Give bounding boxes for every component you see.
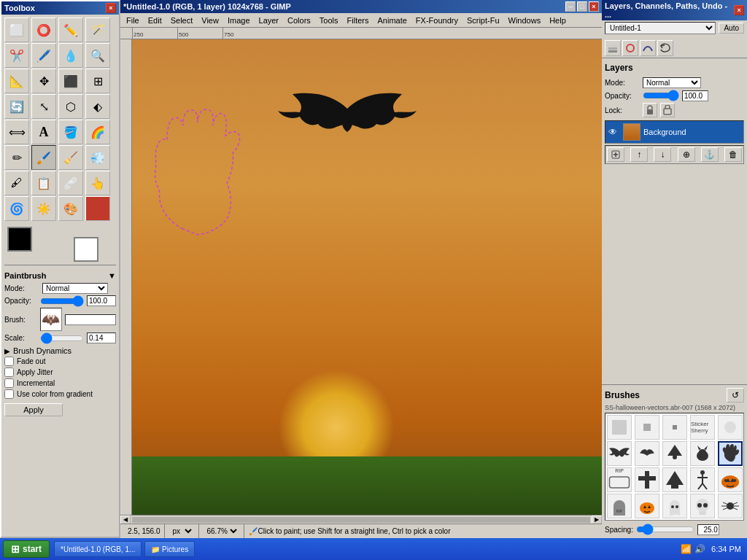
apply-jitter-checkbox[interactable] [4, 368, 14, 377]
mode-select[interactable]: Normal Dissolve Multiply Screen [42, 283, 108, 294]
incremental-checkbox[interactable] [4, 378, 14, 388]
delete-layer-button[interactable]: 🗑 [724, 147, 742, 162]
tool-free-select[interactable]: ✏️ [58, 18, 83, 42]
brush-preview[interactable]: 🦇 [40, 308, 62, 331]
menu-tools[interactable]: Tools [315, 15, 343, 26]
taskbar-item-pictures[interactable]: 📁 Pictures [144, 541, 195, 557]
tool-scissors[interactable]: ✂️ [4, 43, 29, 68]
brush-cell-5[interactable] [718, 415, 743, 440]
brush-name-input[interactable]: SS-halloween-vect [65, 314, 116, 325]
scale-slider[interactable] [40, 334, 84, 343]
zoom-select[interactable]: 66.7% 100% 50% [204, 526, 239, 536]
tool-convolve[interactable]: 🌀 [4, 196, 29, 221]
layers-opacity-input[interactable]: 100.0 [682, 90, 708, 101]
brushes-refresh-button[interactable]: ↺ [727, 388, 744, 402]
menu-image[interactable]: Image [223, 15, 255, 26]
background-color-swatch[interactable] [74, 237, 98, 262]
duplicate-layer-button[interactable]: ⊕ [678, 147, 695, 162]
right-panel-close-button[interactable]: × [734, 5, 744, 15]
toolbox-close-button[interactable]: × [106, 3, 116, 13]
tool-foreground-select[interactable]: 🎨 [58, 196, 83, 221]
brush-cell-rip[interactable]: RIP [607, 467, 632, 492]
tool-blend[interactable]: 🌈 [85, 120, 110, 144]
foreground-color-swatch[interactable] [7, 227, 32, 252]
brush-cell-bird[interactable] [635, 441, 659, 466]
spacing-value-input[interactable]: 25.0 [697, 524, 719, 535]
horizontal-scrollbar[interactable]: ◀ ▶ [120, 515, 602, 524]
brush-cell-3[interactable] [662, 415, 687, 440]
brush-cell-figure[interactable] [690, 467, 715, 492]
close-button[interactable]: × [589, 1, 599, 12]
scroll-left-button[interactable]: ◀ [120, 516, 131, 524]
fade-out-checkbox[interactable] [4, 357, 14, 366]
tool-paintbrush[interactable]: 🖌️ [31, 145, 56, 170]
tool-move[interactable]: ✥ [31, 69, 56, 93]
undo-tab-icon[interactable] [657, 40, 673, 56]
tool-healing[interactable]: 🩹 [58, 171, 83, 195]
paintbrush-collapse-icon[interactable]: ▼ [108, 271, 116, 280]
layer-document-select[interactable]: Untitled-1 [605, 22, 716, 34]
tool-flip[interactable]: ⟺ [4, 120, 29, 144]
menu-filters[interactable]: Filters [343, 15, 374, 26]
tool-dodge-burn[interactable]: ☀️ [31, 196, 56, 221]
brush-cell-ghost[interactable] [662, 494, 687, 518]
brush-cell-hand[interactable] [718, 441, 743, 466]
tool-align[interactable]: ⬛ [58, 69, 83, 93]
taskbar-item-gimp[interactable]: *Untitled-1.0 (RGB, 1... [54, 541, 142, 557]
menu-colors[interactable]: Colors [283, 15, 315, 26]
tool-clone[interactable]: 📋 [31, 171, 56, 195]
tool-rotate[interactable]: 🔄 [4, 94, 29, 119]
brush-dynamics-header[interactable]: ▶ Brush Dynamics [4, 346, 116, 355]
tool-airbrush[interactable]: 💨 [85, 145, 110, 170]
menu-animate[interactable]: Animate [373, 15, 411, 26]
menu-script-fu[interactable]: Script-Fu [462, 15, 504, 26]
menu-fx-foundry[interactable]: FX-Foundry [411, 15, 462, 26]
opacity-input[interactable]: 100.0 [87, 295, 116, 306]
maximize-button[interactable]: □ [577, 1, 587, 12]
lock-position-button[interactable] [660, 103, 675, 117]
tool-rect-select[interactable]: ⬜ [4, 18, 29, 42]
tool-ink[interactable]: 🖋 [4, 171, 29, 195]
brush-cell-witch[interactable] [662, 441, 687, 466]
scroll-right-button[interactable]: ▶ [592, 516, 602, 524]
menu-view[interactable]: View [197, 15, 223, 26]
tool-zoom[interactable]: 🔍 [85, 43, 110, 68]
menu-windows[interactable]: Windows [504, 15, 546, 26]
lower-layer-button[interactable]: ↓ [654, 147, 671, 162]
raise-layer-button[interactable]: ↑ [630, 147, 648, 162]
menu-edit[interactable]: Edit [144, 15, 166, 26]
layers-mode-select[interactable]: Normal Multiply Screen [643, 77, 701, 88]
tool-ellipse-select[interactable]: ⭕ [31, 18, 56, 42]
brush-cell-2[interactable] [635, 415, 659, 440]
brush-cell-cat[interactable] [690, 441, 715, 466]
tool-pencil[interactable]: ✏ [4, 145, 29, 170]
layer-visibility-icon[interactable]: 👁 [608, 127, 620, 137]
tool-bucket-fill[interactable]: 🪣 [58, 120, 83, 144]
canvas-background[interactable] [132, 39, 602, 515]
tool-color-ops[interactable] [85, 196, 110, 221]
layers-opacity-slider[interactable] [643, 90, 679, 101]
tool-measure[interactable]: 📐 [4, 69, 29, 93]
brush-cell-4[interactable]: Sticker Sherry [690, 415, 715, 440]
brush-cell-skull[interactable] [690, 494, 715, 518]
tool-fuzzy-select[interactable]: 🪄 [85, 18, 110, 42]
menu-select[interactable]: Select [166, 15, 198, 26]
menu-help[interactable]: Help [545, 15, 570, 26]
menu-file[interactable]: File [122, 15, 144, 26]
brush-cell-bat-1[interactable] [607, 441, 632, 466]
spacing-slider[interactable] [636, 524, 694, 535]
canvas[interactable] [132, 39, 602, 515]
paths-tab-icon[interactable] [640, 40, 656, 56]
brush-cell-cross[interactable] [635, 467, 659, 492]
brush-cell-spider[interactable] [718, 494, 743, 518]
minimize-button[interactable]: ─ [565, 1, 576, 12]
tool-text[interactable]: A [31, 120, 56, 144]
brush-cell-1[interactable] [607, 415, 632, 440]
new-layer-button[interactable] [607, 147, 624, 162]
tool-paths[interactable]: 🖊️ [31, 43, 56, 68]
tool-scale[interactable]: ⤡ [31, 94, 56, 119]
units-select[interactable]: px in cm [169, 526, 194, 536]
tool-color-picker[interactable]: 💧 [58, 43, 83, 68]
layer-auto-button[interactable]: Auto [719, 23, 744, 34]
channels-tab-icon[interactable] [622, 40, 638, 56]
